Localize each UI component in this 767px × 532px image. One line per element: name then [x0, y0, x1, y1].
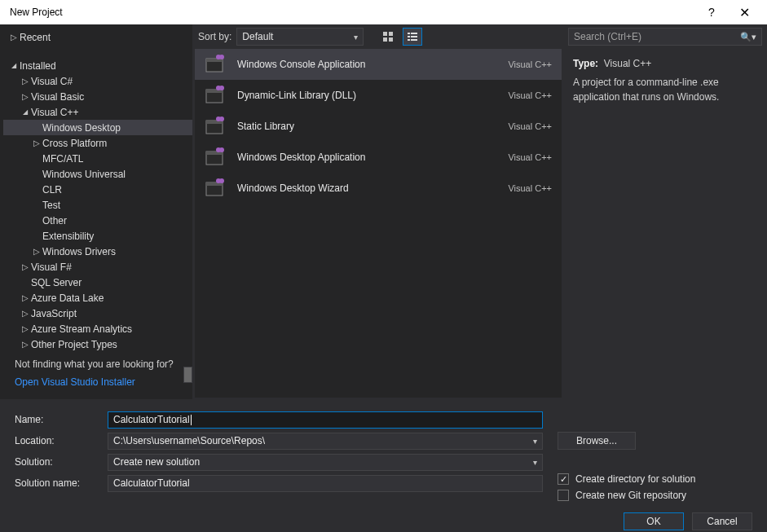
tree-item-label: Windows Universal — [42, 169, 126, 180]
tree-item[interactable]: ·Windows Desktop — [3, 120, 192, 135]
sidebar-scrollbar[interactable] — [183, 367, 192, 383]
template-name: Dynamic-Link Library (DLL) — [237, 90, 496, 101]
template-item[interactable]: Dynamic-Link Library (DLL)Visual C++ — [195, 80, 562, 111]
template-item[interactable]: Windows Desktop WizardVisual C++ — [195, 173, 562, 204]
svg-rect-4 — [408, 33, 410, 34]
name-label: Name: — [15, 414, 108, 425]
cancel-button[interactable]: Cancel — [692, 512, 752, 530]
template-lang: Visual C++ — [508, 121, 552, 131]
dialog-buttons: OK Cancel — [0, 509, 767, 532]
tree-item-label: Azure Data Lake — [31, 292, 104, 304]
svg-rect-27 — [206, 182, 223, 186]
tree-item[interactable]: ▷Visual F# — [3, 259, 192, 275]
tree-item-label: Installed — [20, 60, 56, 72]
tree-item[interactable]: ▷JavaScript — [3, 306, 192, 321]
create-git-checkbox[interactable]: Create new Git repository — [558, 490, 695, 501]
chevron-right-icon: ▷ — [31, 138, 42, 147]
svg-rect-19 — [206, 121, 223, 124]
open-installer-link[interactable]: Open Visual Studio Installer — [15, 376, 135, 388]
template-name: Static Library — [237, 121, 496, 132]
tree-item-label: Visual C# — [31, 76, 73, 87]
ok-button[interactable]: OK — [624, 512, 684, 530]
grid-view-button[interactable] — [378, 28, 398, 46]
tree-item[interactable]: ▷Other Project Types — [3, 336, 192, 350]
project-type-tree[interactable]: ▷Recent◢Installed▷Visual C#▷Visual Basic… — [0, 29, 192, 350]
sort-by-dropdown[interactable]: Default — [236, 28, 364, 46]
title-bar: New Project ? ✕ — [0, 0, 767, 24]
chevron-right-icon: ▷ — [20, 340, 31, 349]
help-icon[interactable]: ? — [695, 6, 728, 19]
chevron-down-icon: ◢ — [8, 62, 20, 69]
tree-item[interactable]: ·Test — [3, 197, 192, 213]
search-input[interactable]: Search (Ctrl+E) 🔍▾ — [568, 28, 762, 46]
tree-item[interactable]: ◢Installed — [3, 58, 192, 73]
svg-rect-2 — [383, 37, 387, 42]
type-label: Type: — [573, 58, 598, 69]
tree-item[interactable]: ▷Windows Drivers — [3, 244, 192, 259]
svg-point-29 — [219, 178, 224, 183]
tree-item-label: Visual C++ — [31, 107, 78, 118]
solution-name-input[interactable]: CalculatorTutorial — [108, 475, 543, 492]
tree-item[interactable]: ▷Azure Data Lake — [3, 290, 192, 306]
search-icon: 🔍▾ — [740, 32, 756, 42]
template-icon — [203, 115, 226, 138]
tree-item-label: JavaScript — [31, 308, 77, 319]
browse-button[interactable]: Browse... — [558, 432, 636, 450]
create-directory-checkbox[interactable]: Create directory for solution — [558, 473, 695, 485]
tree-item-label: Visual F# — [31, 262, 72, 273]
tree-item[interactable]: ▷Visual Basic — [3, 89, 192, 104]
template-icon — [203, 146, 226, 169]
template-lang: Visual C++ — [508, 152, 552, 162]
svg-rect-8 — [408, 39, 410, 41]
tree-item[interactable]: ◢Visual C++ — [3, 104, 192, 120]
tree-item[interactable]: ·SQL Server — [3, 275, 192, 290]
location-input[interactable]: C:\Users\username\Source\Repos\ — [108, 433, 543, 450]
template-item[interactable]: Static LibraryVisual C++ — [195, 111, 562, 142]
sort-by-value: Default — [242, 31, 273, 42]
location-label: Location: — [15, 435, 108, 446]
name-input[interactable]: CalculatorTutorial — [108, 411, 543, 429]
tree-item-label: CLR — [42, 184, 62, 196]
tree-item-label: MFC/ATL — [42, 153, 83, 165]
tree-item[interactable]: ▷Visual C# — [3, 73, 192, 89]
template-item[interactable]: Windows Desktop ApplicationVisual C++ — [195, 142, 562, 173]
close-icon[interactable]: ✕ — [728, 5, 760, 20]
tree-item[interactable]: ▷Azure Stream Analytics — [3, 321, 192, 336]
tree-item-label: Azure Stream Analytics — [31, 323, 132, 335]
sort-by-label: Sort by: — [198, 31, 231, 42]
type-value: Visual C++ — [604, 58, 651, 69]
tree-item[interactable]: ·CLR — [3, 182, 192, 197]
template-lang: Visual C++ — [508, 183, 552, 193]
template-description: Type: Visual C++ A project for a command… — [563, 46, 767, 116]
tree-item-label: Cross Platform — [42, 138, 107, 149]
form-area: Name: CalculatorTutorial Location: C:\Us… — [0, 399, 767, 509]
chevron-right-icon: ▷ — [20, 262, 31, 271]
chevron-down-icon: ◢ — [20, 108, 31, 116]
solution-label: Solution: — [15, 456, 108, 468]
svg-rect-5 — [411, 33, 417, 34]
tree-item[interactable]: ·Windows Universal — [3, 166, 192, 182]
grid-icon — [382, 31, 394, 42]
svg-rect-15 — [206, 90, 223, 93]
svg-rect-11 — [206, 59, 223, 62]
description-text: A project for a command-line .exe applic… — [573, 76, 757, 104]
template-name: Windows Console Application — [237, 59, 496, 70]
list-icon — [407, 31, 418, 42]
svg-rect-6 — [408, 36, 410, 37]
template-item[interactable]: Windows Console ApplicationVisual C++ — [195, 49, 562, 80]
tree-item[interactable]: ·Extensibility — [3, 228, 192, 244]
solution-dropdown[interactable]: Create new solution — [108, 454, 543, 471]
chevron-right-icon: ▷ — [20, 92, 31, 101]
chevron-right-icon: ▷ — [31, 247, 42, 256]
tree-item[interactable]: ▷Recent — [3, 29, 192, 45]
svg-point-17 — [219, 86, 224, 90]
tree-item[interactable]: ·Other — [3, 213, 192, 228]
template-list[interactable]: Windows Console ApplicationVisual C++Dyn… — [195, 49, 562, 398]
tree-item[interactable]: ·MFC/ATL — [3, 151, 192, 166]
sidebar-footer: Not finding what you are looking for? Op… — [0, 350, 192, 399]
checkbox-icon — [558, 490, 569, 501]
svg-rect-1 — [389, 32, 393, 36]
list-view-button[interactable] — [403, 28, 422, 46]
tree-item[interactable]: ▷Cross Platform — [3, 135, 192, 151]
installer-hint: Not finding what you are looking for? — [15, 358, 178, 370]
